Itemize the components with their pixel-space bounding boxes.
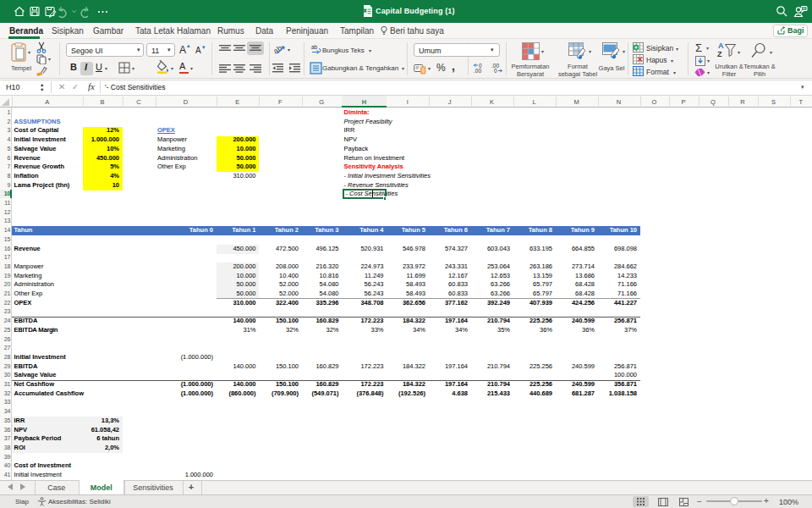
svg-text:0: 0 <box>494 68 497 74</box>
svg-text:ab: ab <box>274 44 283 55</box>
svg-text:.00: .00 <box>474 68 481 74</box>
svg-text:ab: ab <box>311 44 318 50</box>
